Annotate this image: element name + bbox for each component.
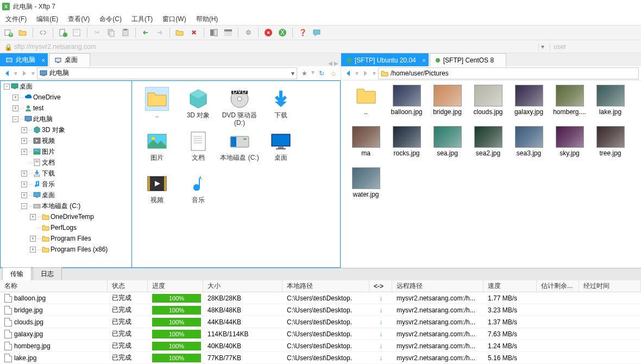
expand-icon[interactable]: + (21, 181, 27, 187)
remote-file-grid[interactable]: ..balloon.jpgbridge.jpgclouds.jpggalaxy.… (341, 80, 641, 268)
col-elapsed[interactable]: 经过时间 (579, 280, 641, 292)
remote-file-item[interactable]: sky.jpg (549, 125, 590, 166)
forward-icon[interactable] (20, 68, 29, 78)
tree-item[interactable]: +⋯音乐 (1, 179, 131, 190)
expand-icon[interactable]: − (4, 84, 10, 90)
view-pane-icon[interactable] (210, 28, 218, 37)
remote-forward-icon[interactable] (361, 68, 370, 78)
file-item[interactable]: 视频 (136, 170, 178, 212)
menu-item[interactable]: 帮助(H) (196, 15, 218, 24)
remote-file-item[interactable]: .. (345, 84, 386, 125)
col-progress[interactable]: 进度 (148, 280, 203, 292)
transfer-row[interactable]: homberg.jpg已完成100%40KB/40KBC:\Users\test… (0, 340, 641, 352)
tree-item[interactable]: −⋯本地磁盘 (C:) (1, 200, 131, 211)
remote-file-item[interactable]: sea2.jpg (468, 125, 508, 166)
remote-file-item[interactable]: sea.jpg (427, 125, 468, 166)
transfer-left-icon[interactable] (141, 28, 150, 37)
tree-item[interactable]: +⋯下载 (1, 168, 131, 179)
tree-item[interactable]: +⋯桌面 (1, 190, 131, 200)
settings-icon[interactable]: ⚙ (244, 28, 253, 37)
tree-item[interactable]: −⋯此电脑 (1, 114, 131, 124)
tree-item[interactable]: +⋯Program Files (x86) (1, 244, 131, 255)
menu-item[interactable]: 窗口(W) (162, 15, 186, 24)
tab-log[interactable]: 日志 (33, 267, 62, 280)
local-file-grid[interactable]: ..3D 对象DVDDVD 驱动器 (D:)下载图片文档本地磁盘 (C:)桌面视… (132, 80, 341, 268)
col-eta[interactable]: 估计剩余... (537, 280, 579, 292)
delete-icon[interactable]: ✖ (190, 28, 198, 37)
tree-item[interactable]: +⋯OneDriveTemp (1, 211, 131, 222)
local-tab[interactable]: 此电脑× (0, 53, 48, 66)
chat-icon[interactable] (312, 28, 321, 37)
expand-icon[interactable]: + (12, 105, 18, 111)
green-circle-icon[interactable]: X (278, 28, 287, 37)
new-session-icon[interactable]: + (4, 28, 13, 37)
tree-item[interactable]: ⋯PerfLogs (1, 222, 131, 233)
remote-file-item[interactable]: homberg.... (549, 84, 590, 125)
expand-icon[interactable]: + (30, 236, 36, 242)
folder-tree[interactable]: −桌面+⋯OneDrive+⋯test−⋯此电脑+⋯3D 对象+⋯视频+⋯图片⋯… (0, 80, 132, 268)
tree-item[interactable]: +⋯Program Files (1, 233, 131, 244)
local-tab-nav[interactable]: ◀ ▶ (328, 60, 338, 66)
remote-file-item[interactable]: lake.jpg (590, 84, 631, 125)
file-item[interactable]: 本地磁盘 (C:) (219, 128, 260, 170)
expand-icon[interactable]: + (12, 95, 18, 101)
remote-file-item[interactable]: bridge.jpg (427, 84, 468, 125)
expand-icon[interactable]: + (21, 171, 27, 177)
expand-icon[interactable]: + (21, 192, 27, 198)
tree-item[interactable]: −桌面 (1, 81, 131, 92)
transfer-row[interactable]: bridge.jpg已完成100%48KB/48KBC:\Users\test\… (0, 304, 641, 316)
col-status[interactable]: 状态 (108, 280, 148, 292)
menu-item[interactable]: 查看(V) (68, 15, 90, 24)
col-local[interactable]: 本地路径 (282, 280, 369, 292)
close-icon[interactable]: × (42, 57, 45, 64)
expand-icon[interactable]: + (21, 127, 27, 133)
cut-icon[interactable]: ✂ (93, 28, 102, 37)
expand-icon[interactable]: − (21, 203, 27, 209)
file-item[interactable]: 下载 (260, 85, 301, 128)
view-list-icon[interactable] (224, 28, 232, 37)
transfer-row[interactable]: clouds.jpg已完成100%44KB/44KBC:\Users\test\… (0, 316, 641, 328)
paste-icon[interactable] (121, 28, 130, 37)
transfer-right-icon[interactable] (155, 28, 164, 37)
remote-file-item[interactable]: rocks.jpg (386, 125, 427, 166)
menu-item[interactable]: 命令(C) (99, 15, 122, 24)
remote-tab[interactable]: [SFTP] CentOS 8 (430, 53, 506, 66)
tree-item[interactable]: +⋯3D 对象 (1, 124, 131, 135)
path-dropdown-icon[interactable]: ▾ (291, 70, 294, 77)
transfer-row[interactable]: galaxy.jpg已完成100%114KB/114KBC:\Users\tes… (0, 328, 641, 340)
remote-file-item[interactable]: sea3.jpg (508, 125, 549, 166)
file-item[interactable]: 图片 (136, 128, 178, 170)
local-tab[interactable]: 桌面 (49, 53, 90, 66)
file-item[interactable]: DVDDVD 驱动器 (D:) (219, 85, 260, 128)
col-size[interactable]: 大小 (203, 280, 282, 292)
close-icon[interactable]: × (422, 57, 425, 64)
remote-file-item[interactable]: ma (345, 125, 386, 166)
tree-item[interactable]: +⋯test (1, 103, 131, 114)
favorite-icon[interactable]: ★ (299, 68, 309, 78)
copy-icon[interactable] (107, 28, 116, 37)
remote-file-item[interactable]: tree.jpg (590, 125, 631, 166)
red-circle-icon[interactable] (264, 28, 273, 37)
file-item[interactable]: .. (136, 85, 178, 128)
col-remote[interactable]: 远程路径 (392, 280, 483, 292)
col-speed[interactable]: 速度 (483, 280, 537, 292)
file-item[interactable]: 文档 (178, 128, 219, 170)
remote-tab[interactable]: [SFTP] Ubuntu 20.04× (341, 53, 429, 66)
remote-file-item[interactable]: balloon.jpg (386, 84, 427, 125)
tree-item[interactable]: +⋯OneDrive (1, 92, 131, 103)
file-item[interactable]: 桌面 (260, 128, 301, 170)
transfer-row[interactable]: lake.jpg已完成100%77KB/77KBC:\Users\test\De… (0, 352, 641, 364)
file-item[interactable]: 3D 对象 (178, 85, 219, 128)
remote-path-input[interactable]: /home/user/Pictures (378, 67, 639, 79)
link-icon[interactable] (39, 28, 47, 37)
back-icon[interactable] (2, 68, 12, 78)
expand-icon[interactable]: + (30, 247, 36, 253)
open-folder-icon[interactable] (18, 28, 27, 37)
expand-icon[interactable]: + (21, 149, 27, 155)
remote-back-icon[interactable] (343, 68, 353, 78)
remote-file-item[interactable]: clouds.jpg (468, 84, 508, 125)
help-icon[interactable]: ❓ (298, 28, 307, 37)
properties-icon[interactable] (73, 28, 81, 37)
address-dropdown-icon[interactable]: ▾ (538, 43, 546, 51)
tab-transfer[interactable]: 传输 (2, 267, 32, 280)
